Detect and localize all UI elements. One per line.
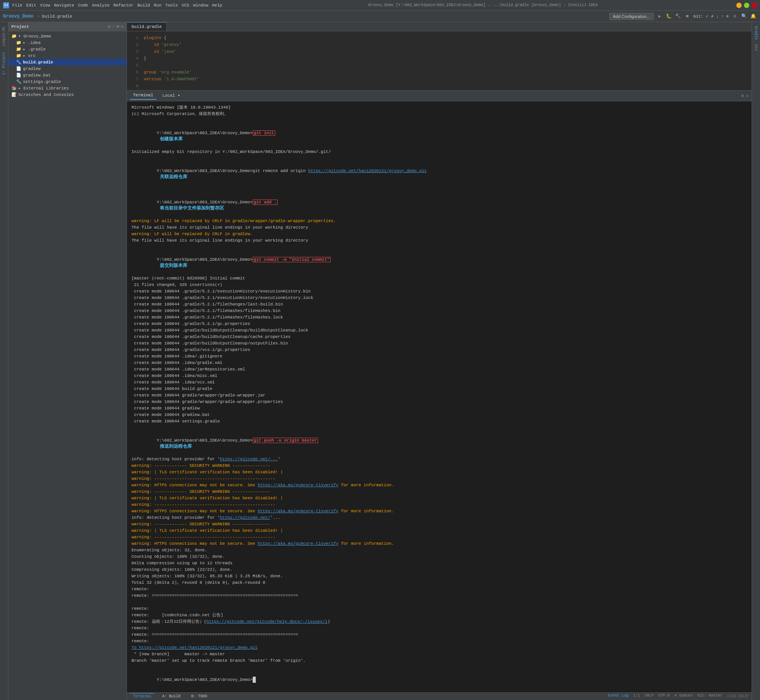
gradle-icon: 🔧 [16,79,21,84]
tree-src[interactable]: 📁 ▸ src [8,52,127,59]
host-link2[interactable]: https://gitcode.net/ [220,515,270,520]
panel-settings-icon[interactable]: ⚙ [108,24,110,29]
minimize-button[interactable] [736,3,742,8]
panel-close-icon[interactable]: ✕ [121,24,123,29]
term-line: warning: ------------- SECURITY WARNING … [132,489,747,495]
status-git: Git: master [697,694,723,699]
left-tab-project[interactable]: 1: Project [1,50,7,77]
term-line: 21 files changed, 335 insertions(+) [132,282,747,288]
tree-gradlew-bat[interactable]: 📄 gradlew.bat [8,72,127,78]
bottom-tab-terminal[interactable]: Terminal [130,693,154,699]
term-line: Total 32 (delta 2), reused 0 (delta 0), … [132,580,747,586]
settings-icon[interactable]: ⚙ [731,13,739,20]
stop-icon[interactable]: ■ [684,13,691,20]
right-tab-gradle[interactable]: Gradle [753,24,759,42]
folder-icon: 📁 [16,47,21,52]
term-line: warning: -------------------------------… [132,476,747,482]
term-prompt: Y:\002_WorkSpace\003_IDEA\Groovy_Demo> [157,131,253,135]
editor-tab-bar: build.gradle [127,22,752,31]
menu-edit[interactable]: Edit [26,3,36,8]
terminal-body[interactable]: Microsoft Windows [版本 10.0.19043.1348] (… [127,101,752,692]
external-lib-icon: 📚 [11,86,17,91]
git-remote-annotation: 关联远程仓库 [160,174,187,180]
tls-link[interactable]: https://aka.ms/gcmcore-tlsverify [258,483,338,487]
tls-link2[interactable]: https://aka.ms/gcmcore-tlsverify [258,509,338,513]
tree-external-libraries[interactable]: 📚 ▸ External Libraries [8,85,127,91]
term-line: warning: LF will be replaced by CRLF in … [132,218,747,224]
terminal-settings-icon[interactable]: ⚙ [741,93,744,98]
terminal-tab[interactable]: Terminal [130,91,156,100]
panel-expand-icon[interactable]: ⊞ [117,24,119,29]
tree-gradle[interactable]: 📁 ▸ .gradle [8,46,127,52]
close-button[interactable] [752,3,757,8]
tab-build-gradle[interactable]: build.gradle [127,22,167,31]
code-content[interactable]: plugins { id 'groovy' id 'java' } group … [142,34,752,87]
code-line-3: id 'java' [142,48,752,55]
term-prompt: Y:\002_WorkSpace\003_IDEA\Groovy_Demo> [157,257,253,262]
panel-sort-icon[interactable]: ↕ [112,24,115,29]
menu-file[interactable]: File [12,3,22,8]
folder-icon: 📁 [16,53,21,58]
term-line: create mode 100644 .gradle/5.2.1/executi… [132,288,747,294]
bottom-tab-build[interactable]: 4: Build [159,694,184,699]
term-line: create mode 100644 .gradle/buildOutputCl… [132,327,747,333]
menu-code[interactable]: Code [78,3,88,8]
panel-header-icons: ⚙ ↕ ⊞ ✕ [108,24,123,29]
add-configuration-button[interactable]: Add Configuration... [609,13,653,20]
term-cursor [253,677,256,683]
menu-view[interactable]: View [40,3,50,8]
code-line-7: version '1.0-SNAPSHOT' [142,76,752,83]
menu-navigate[interactable]: Navigate [54,3,74,8]
menu-window[interactable]: Window [193,3,208,8]
term-line: warning: | TLS certificate verification … [132,528,747,534]
term-line: remote: ================================… [132,632,747,638]
right-tab-git[interactable]: Git [753,42,759,54]
term-git-add-line: Y:\002_WorkSpace\003_IDEA\Groovy_Demo>gi… [132,193,747,218]
menu-analyze[interactable]: Analyze [92,3,109,8]
remote-url-link[interactable]: https://gitcode.net/han12020121/groovy_d… [308,169,427,173]
menu-help[interactable]: Help [212,3,222,8]
tree-gradlew[interactable]: 📄 gradlew [8,65,127,72]
menu-tools[interactable]: Tools [165,3,178,8]
term-blank [132,425,747,431]
search-icon[interactable]: 🔍 [740,13,748,20]
title-bar: IJ File Edit View Navigate Code Analyze … [0,0,760,11]
menu-run[interactable]: Run [154,3,161,8]
folder-icon: 📁 [11,34,17,39]
menu-refactor[interactable]: Refactor [114,3,134,8]
menu-vcs[interactable]: VCS [182,3,189,8]
tree-idea[interactable]: 📁 ▸ .idea [8,39,127,46]
notifications-icon[interactable]: 🔔 [749,13,757,20]
csdn-watermark: CSDN @铸君 [727,694,749,699]
term-line: remote: [132,625,747,631]
terminal-close-icon[interactable]: ✕ [746,93,749,98]
term-line: The file will have its original line end… [132,224,747,231]
status-spaces: 4 spaces [674,694,693,699]
window-controls[interactable] [736,3,757,8]
term-line: create mode 100644 .idea/.gitignore [132,353,747,359]
git-push-cmd: git push -u origin master [253,438,318,443]
project-panel: Project ⚙ ↕ ⊞ ✕ 📁 ▾ Groovy_Demo 📁 ▸ .ide… [8,22,127,700]
maximize-button[interactable] [744,3,749,8]
event-log-link[interactable]: Event Log [608,694,628,699]
tls-link3[interactable]: https://aka.ms/gcmcore-tlsverify [258,541,338,546]
repo-url-link[interactable]: To https://gitcode.net/han12020121/groov… [132,645,258,650]
tree-project-root[interactable]: 📁 ▾ Groovy_Demo [8,33,127,39]
term-line: create mode 100644 .gradle/5.2.1/fileHas… [132,308,747,314]
left-tab-simpleml[interactable]: simple:ML [1,24,7,49]
menu-build[interactable]: Build [137,3,150,8]
tree-build-gradle[interactable]: 🔧 build.gradle [8,59,127,65]
tree-scratches[interactable]: 📝 Scratches and Consoles [8,91,127,98]
term-line: warning: HTTPS connections may not be se… [132,541,747,547]
current-file: build.gradle [42,14,72,19]
csdn-link[interactable]: https://gitcode.net/gitcode/help-docs/-/… [206,619,328,624]
term-line: create mode 100644 .idea/gradle.xml [132,360,747,366]
menu-bar[interactable]: File Edit View Navigate Code Analyze Ref… [12,3,222,8]
bottom-tab-todo[interactable]: 6: TODO [188,694,210,699]
run-icon[interactable]: ▶ [656,13,664,20]
build-icon[interactable]: 🔨 [674,13,682,20]
host-link[interactable]: https://gitcode.net/... [220,457,278,461]
window-title: Groovy_Demo [Y:\002_WorkSpace\003_IDEA\G… [230,3,736,7]
debug-icon[interactable]: 🐛 [665,13,673,20]
tree-settings-gradle[interactable]: 🔧 settings.gradle [8,78,127,85]
